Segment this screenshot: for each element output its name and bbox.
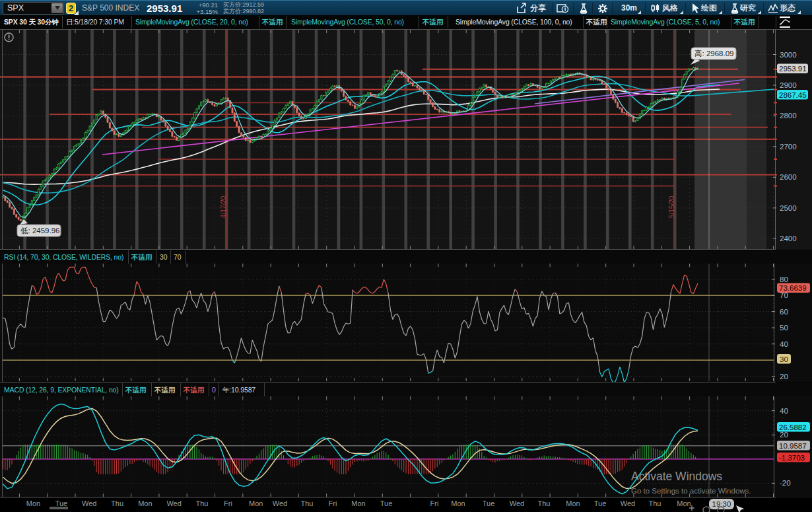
svg-text:80: 80: [780, 275, 788, 283]
svg-text:2500: 2500: [780, 204, 797, 212]
svg-text:5/15/20: 5/15/20: [668, 196, 675, 218]
svg-text:2867.45: 2867.45: [779, 91, 807, 99]
svg-text:50: 50: [780, 324, 788, 332]
svg-text:-1.3703: -1.3703: [779, 454, 805, 462]
svg-text:4/17/20: 4/17/20: [220, 196, 227, 218]
svg-text:2700: 2700: [780, 143, 797, 151]
svg-text:3000: 3000: [780, 51, 797, 59]
svg-text:2600: 2600: [780, 173, 797, 181]
svg-text:2800: 2800: [780, 112, 797, 120]
svg-text:10.9587: 10.9587: [779, 442, 807, 450]
svg-text:低: 2459.96: 低: 2459.96: [20, 227, 59, 235]
svg-text:26.5882: 26.5882: [779, 423, 807, 431]
svg-text:2900: 2900: [780, 81, 797, 89]
svg-text:20: 20: [780, 373, 788, 381]
svg-text:30: 30: [780, 355, 788, 363]
svg-text:2953.91: 2953.91: [779, 65, 807, 73]
svg-text:高: 2968.09: 高: 2968.09: [694, 50, 733, 57]
svg-text:73.6639: 73.6639: [779, 284, 807, 292]
svg-text:40: 40: [780, 407, 788, 415]
svg-text:40: 40: [780, 340, 788, 348]
svg-text:60: 60: [780, 308, 788, 316]
svg-text:20: 20: [780, 431, 788, 439]
svg-text:-20: -20: [780, 479, 791, 487]
svg-text:2400: 2400: [780, 235, 797, 242]
